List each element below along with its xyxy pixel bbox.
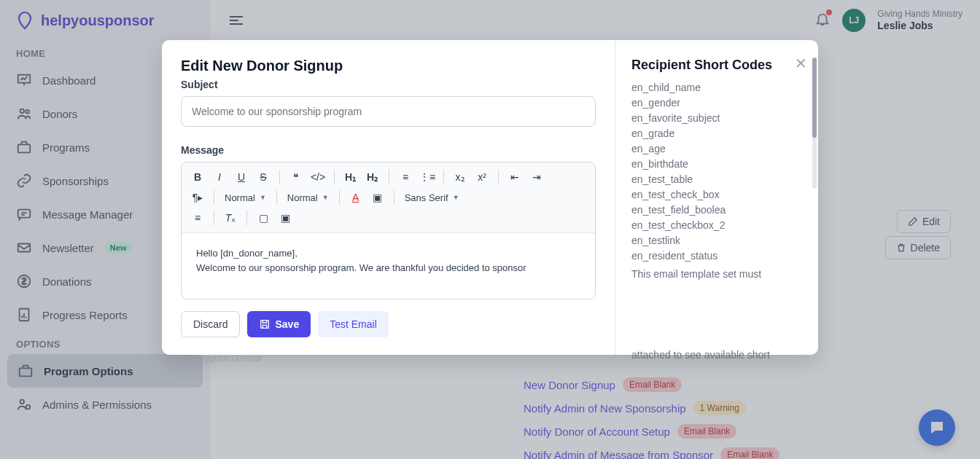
editor-content[interactable]: Hello [dn_donor_name], Welcome to our sp… xyxy=(182,233,595,299)
font-select[interactable]: Sans Serif▼ xyxy=(402,192,462,203)
shortcode-item[interactable]: en_gender xyxy=(631,95,808,111)
scrollbar[interactable] xyxy=(812,58,817,189)
shortcode-item[interactable]: en_test_checkbox_2 xyxy=(631,218,808,233)
modal-right-panel: ✕ Recipient Short Codes en_child_name en… xyxy=(615,40,818,355)
clear-format-button[interactable]: Tₓ xyxy=(222,209,239,227)
highlight-button[interactable]: ▣ xyxy=(369,189,386,206)
modal-title: Edit New Donor Signup xyxy=(181,58,596,74)
shortcode-item[interactable]: en_test_field_boolea xyxy=(631,203,808,218)
shortcode-item[interactable]: en_resident_status xyxy=(631,248,808,264)
program-director-text: Program Director xyxy=(195,353,262,364)
shortcode-item[interactable]: en_testlink xyxy=(631,233,808,248)
ordered-list-button[interactable]: ≡ xyxy=(397,168,414,186)
italic-button[interactable]: I xyxy=(211,168,228,186)
h2-button[interactable]: H₂ xyxy=(364,168,381,186)
save-icon xyxy=(259,318,271,330)
quote-button[interactable]: ❝ xyxy=(287,168,305,186)
scrollbar-thumb[interactable] xyxy=(812,58,817,138)
bullet-list-button[interactable]: ⋮≡ xyxy=(419,168,436,186)
shortcodes-bottom-text: attached to see available short xyxy=(631,349,770,361)
text-color-button[interactable]: A xyxy=(347,189,365,206)
subject-input[interactable] xyxy=(181,96,596,127)
message-line: Hello [dn_donor_name], xyxy=(196,246,580,261)
bold-button[interactable]: B xyxy=(189,168,206,186)
outdent-button[interactable]: ⇤ xyxy=(506,168,524,186)
align-button[interactable]: ≡ xyxy=(189,209,206,227)
image-button[interactable]: ▢ xyxy=(254,209,272,227)
editor-toolbar: B I U S ❝ </> H₁ H₂ ≡ ⋮≡ x₂ x² xyxy=(182,162,595,233)
text-direction-button[interactable]: ¶▸ xyxy=(189,189,206,206)
message-label: Message xyxy=(181,144,596,156)
shortcode-item[interactable]: en_birthdate xyxy=(631,157,808,172)
size-select[interactable]: Normal▼ xyxy=(284,192,332,203)
shortcode-item[interactable]: en_test_table xyxy=(631,172,808,187)
indent-button[interactable]: ⇥ xyxy=(528,168,545,186)
discard-button[interactable]: Discard xyxy=(181,311,240,337)
test-email-button[interactable]: Test Email xyxy=(318,311,389,337)
shortcode-item[interactable]: en_test_check_box xyxy=(631,187,808,203)
heading-select[interactable]: Normal▼ xyxy=(222,192,269,203)
edit-email-modal: Edit New Donor Signup Subject Message B … xyxy=(162,40,818,355)
shortcodes-title: Recipient Short Codes xyxy=(631,58,808,73)
close-button[interactable]: ✕ xyxy=(795,55,811,71)
message-line: Welcome to our sponsorship program. We a… xyxy=(196,261,580,275)
code-button[interactable]: </> xyxy=(309,168,327,186)
h1-button[interactable]: H₁ xyxy=(342,168,359,186)
shortcode-item[interactable]: en_grade xyxy=(631,126,808,141)
shortcode-item[interactable]: en_age xyxy=(631,141,808,157)
shortcode-item[interactable]: en_favorite_subject xyxy=(631,111,808,126)
save-button[interactable]: Save xyxy=(247,311,311,337)
superscript-button[interactable]: x² xyxy=(473,168,491,186)
shortcode-item[interactable]: en_child_name xyxy=(631,80,808,95)
shortcodes-note: This email template set must xyxy=(631,267,808,282)
modal-left-panel: Edit New Donor Signup Subject Message B … xyxy=(162,40,615,355)
svg-rect-11 xyxy=(261,321,269,329)
underline-button[interactable]: U xyxy=(233,168,250,186)
rich-text-editor: B I U S ❝ </> H₁ H₂ ≡ ⋮≡ x₂ x² xyxy=(181,162,596,299)
subject-label: Subject xyxy=(181,79,596,90)
video-button[interactable]: ▣ xyxy=(276,209,294,227)
modal-actions: Discard Save Test Email xyxy=(181,299,596,337)
shortcode-list: en_child_name en_gender en_favorite_subj… xyxy=(631,80,808,264)
strike-button[interactable]: S xyxy=(254,168,272,186)
subscript-button[interactable]: x₂ xyxy=(451,168,469,186)
